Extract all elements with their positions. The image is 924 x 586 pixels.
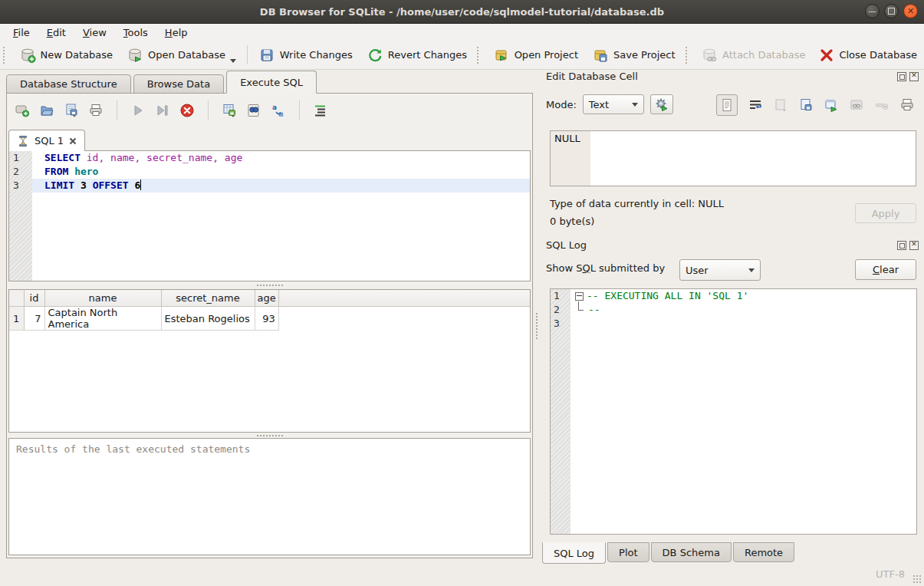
cell-id[interactable]: 7 [24, 307, 44, 331]
tab-browse-data[interactable]: Browse Data [133, 74, 225, 94]
close-dock-icon[interactable]: ✕ [909, 72, 919, 81]
print-cell-button[interactable] [899, 97, 915, 113]
maximize-icon[interactable] [884, 4, 899, 18]
open-project-button[interactable]: Open Project [486, 44, 585, 67]
import-data-button[interactable] [773, 97, 788, 113]
find-replace-button[interactable]: a a [271, 103, 286, 118]
open-database-button[interactable]: Open Database [120, 44, 243, 67]
log-filter-value: User [686, 265, 709, 276]
log-line: 2 -- [551, 303, 916, 317]
mode-select[interactable]: Text [583, 94, 644, 114]
print-sql-button[interactable] [88, 103, 104, 118]
cell-name[interactable]: Captain North America [44, 307, 161, 331]
execution-messages[interactable]: Results of the last executed statements [8, 438, 531, 555]
results-header-row: id name secret_name age [9, 290, 530, 307]
editor-current-line: 3 LIMIT 3 OFFSET 6 [9, 179, 530, 193]
close-tab-icon[interactable] [69, 137, 77, 145]
text-mode-button[interactable] [716, 94, 738, 116]
sql-keyword: LIMIT [44, 179, 74, 191]
apply-button[interactable]: Apply [855, 203, 916, 223]
toolbar-drag-handle[interactable] [686, 47, 690, 64]
word-wrap-button[interactable] [748, 97, 763, 113]
svg-text:a: a [272, 104, 277, 111]
execute-all-icon [130, 103, 146, 118]
close-database-button[interactable]: Close Database [812, 44, 924, 66]
splitter-handle[interactable] [7, 282, 532, 288]
export-results-button[interactable] [222, 103, 237, 118]
splitter-handle[interactable] [7, 433, 532, 438]
open-sql-file-button[interactable] [39, 103, 54, 118]
log-filter-select[interactable]: User [679, 259, 761, 281]
sql-log-view[interactable]: 1 -- EXECUTING ALL IN 'SQL 1' 2 -- 3 [550, 288, 917, 535]
clear-log-button[interactable]: Clear [855, 259, 916, 280]
resize-grip[interactable] [912, 574, 922, 584]
float-dock-icon[interactable] [897, 72, 906, 81]
revert-changes-button[interactable]: Revert Changes [360, 44, 474, 67]
sql-keyword: FROM [44, 166, 68, 177]
close-icon[interactable]: ✕ [903, 4, 918, 18]
format-sql-button[interactable] [313, 103, 328, 118]
hourglass-icon [17, 135, 29, 147]
corner-header[interactable] [9, 290, 24, 307]
new-sql-tab-button[interactable] [15, 103, 30, 118]
attach-database-button[interactable]: Attach Database [694, 44, 812, 67]
set-null-button[interactable] [874, 97, 889, 113]
toolbar-drag-handle[interactable] [3, 47, 8, 64]
save-sql-file-button[interactable] [64, 103, 79, 118]
dock-tab-db-schema[interactable]: DB Schema [651, 542, 732, 562]
close-dock-icon[interactable]: ✕ [909, 241, 919, 250]
dock-tab-sql-log[interactable]: SQL Log [542, 542, 606, 564]
write-changes-button[interactable]: Write Changes [252, 44, 360, 67]
float-dock-icon[interactable] [897, 241, 906, 250]
sql-doc-tab[interactable]: SQL 1 [8, 130, 85, 151]
save-project-button[interactable]: Save Project [585, 44, 682, 67]
toolbar-drag-handle[interactable] [477, 47, 482, 64]
sql-editor[interactable]: 1 SELECT id, name, secret_name, age 2 FR… [8, 150, 531, 281]
execute-all-button[interactable] [130, 103, 146, 118]
column-header-secret-name[interactable]: secret_name [161, 290, 255, 307]
link-icon [849, 97, 864, 113]
export-data-button[interactable] [798, 97, 814, 113]
save-project-icon [592, 47, 609, 64]
pane-splitter-handle[interactable] [536, 313, 538, 339]
chevron-down-icon [748, 268, 755, 272]
find-button[interactable] [246, 103, 261, 118]
minimize-icon[interactable]: — [865, 4, 880, 18]
cell-secret-name[interactable]: Esteban Rogelios [161, 307, 255, 331]
menu-file[interactable]: File [5, 25, 38, 40]
tab-database-structure[interactable]: Database Structure [6, 74, 131, 94]
find-icon [246, 103, 261, 118]
print-icon [88, 103, 104, 118]
new-database-label: New Database [41, 49, 113, 61]
new-database-icon [19, 47, 36, 64]
open-database-icon [127, 47, 143, 64]
column-header-name[interactable]: name [44, 290, 161, 307]
tab-label: SQL Log [554, 548, 594, 559]
stop-execution-button[interactable] [179, 103, 195, 118]
menu-edit[interactable]: Edit [38, 25, 74, 40]
open-external-button[interactable] [824, 97, 839, 113]
new-database-button[interactable]: New Database [12, 44, 120, 67]
format-sql-icon [313, 103, 328, 118]
open-database-label: Open Database [148, 49, 225, 61]
auto-apply-button[interactable] [650, 94, 673, 114]
find-replace-icon: a a [271, 103, 286, 118]
menu-view[interactable]: View [74, 25, 115, 40]
row-number[interactable]: 1 [9, 307, 24, 331]
write-changes-icon [258, 47, 275, 64]
link-button[interactable] [849, 97, 864, 113]
dock-tab-plot[interactable]: Plot [607, 542, 649, 562]
column-header-id[interactable]: id [24, 290, 44, 307]
sql-keyword: SELECT [44, 152, 81, 163]
cell-editor[interactable]: NULL [550, 130, 916, 186]
menu-tools[interactable]: Tools [115, 25, 156, 40]
column-header-age[interactable]: age [255, 290, 278, 307]
menu-help[interactable]: Help [156, 25, 196, 40]
open-database-dropdown-icon[interactable] [230, 59, 236, 63]
sql-identifiers: id, name, secret_name, age [81, 152, 242, 163]
dock-tab-remote[interactable]: Remote [733, 542, 794, 562]
collapse-icon[interactable] [575, 292, 584, 301]
execute-current-line-button[interactable] [155, 103, 170, 118]
cell-age[interactable]: 93 [255, 307, 278, 331]
tab-execute-sql[interactable]: Execute SQL [226, 71, 317, 94]
